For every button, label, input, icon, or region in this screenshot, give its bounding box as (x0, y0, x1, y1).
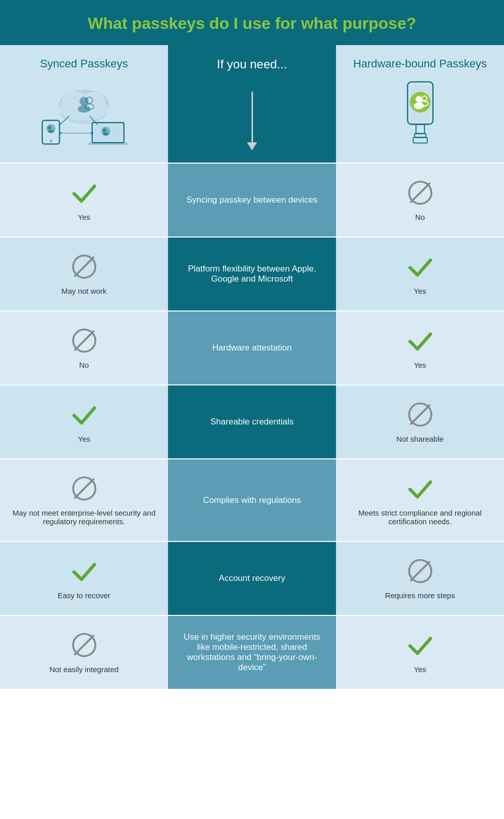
no-icon (70, 475, 98, 502)
svg-rect-37 (414, 134, 426, 137)
left-label-5: Easy to recover (58, 591, 110, 600)
right-icon-4 (406, 475, 434, 504)
left-icon-2 (70, 327, 98, 357)
svg-rect-36 (416, 124, 425, 134)
cell-right-3: Not shareable (336, 385, 504, 458)
svg-line-50 (411, 562, 430, 580)
cell-middle-0: Syncing passkey between devices (168, 164, 336, 237)
arrow-down-icon (247, 92, 257, 150)
left-icon-1 (70, 253, 98, 283)
right-label-2: Yes (414, 361, 426, 369)
cell-right-6: Yes (336, 616, 504, 689)
left-icon-3 (70, 401, 98, 431)
left-icon-6 (70, 631, 98, 661)
no-icon (70, 253, 98, 281)
no-icon (406, 557, 434, 585)
data-row-2: No Hardware attestation Yes (0, 310, 504, 384)
right-icon-6 (406, 631, 434, 661)
middle-text-5: Account recovery (219, 573, 285, 583)
left-icon-0 (70, 179, 98, 209)
svg-line-42 (75, 257, 94, 276)
middle-text-1: Platform flexibility between Apple, Goog… (178, 264, 326, 284)
data-row-6: Not easily integrated Use in higher secu… (0, 615, 504, 689)
right-label-5: Requires more steps (385, 591, 455, 600)
left-label-0: Yes (78, 213, 90, 221)
right-label-4: Meets strict compliance and regional cer… (346, 509, 494, 526)
page-wrapper: What passkeys do I use for what purpose?… (0, 0, 504, 689)
check-icon (406, 253, 434, 281)
cell-middle-6: Use in higher security environments like… (168, 616, 336, 689)
check-icon (406, 631, 434, 659)
svg-rect-38 (413, 137, 427, 143)
svg-line-44 (75, 331, 94, 350)
data-row-5: Easy to recover Account recovery Require… (0, 541, 504, 615)
cell-left-1: May not work (0, 238, 168, 310)
cell-left-4: May not meet enterprise-level security a… (0, 459, 168, 541)
no-icon (406, 401, 434, 428)
cell-left-2: No (0, 311, 168, 384)
left-label-6: Not easily integrated (50, 665, 119, 674)
check-icon (70, 557, 98, 585)
check-icon (70, 179, 98, 207)
svg-line-40 (411, 183, 430, 202)
svg-point-19 (103, 129, 106, 132)
cell-left-3: Yes (0, 385, 168, 458)
svg-point-20 (103, 132, 109, 135)
cell-middle-4: Complies with regulations (168, 459, 336, 541)
cloud-illustration (38, 80, 130, 145)
svg-point-32 (415, 96, 422, 103)
synced-passkeys-title: Synced Passkeys (40, 57, 128, 70)
right-icon-0 (406, 179, 434, 209)
no-icon (70, 631, 98, 659)
cell-middle-2: Hardware attestation (168, 311, 336, 384)
right-icon-3 (406, 401, 434, 431)
middle-text-3: Shareable credentials (211, 417, 293, 427)
svg-line-52 (75, 636, 94, 654)
right-icon-2 (406, 327, 434, 357)
check-icon (406, 327, 434, 355)
svg-point-15 (50, 139, 52, 142)
data-row-4: May not meet enterprise-level security a… (0, 458, 504, 541)
cell-right-4: Meets strict compliance and regional cer… (336, 459, 504, 541)
left-label-1: May not work (61, 287, 106, 295)
cell-middle-1: Platform flexibility between Apple, Goog… (168, 238, 336, 310)
middle-text-6: Use in higher security environments like… (178, 632, 326, 673)
data-row-1: May not work Platform flexibility betwee… (0, 237, 504, 310)
right-label-6: Yes (414, 665, 426, 674)
cell-right-0: No (336, 164, 504, 237)
cell-middle-5: Account recovery (168, 542, 336, 615)
cell-right-1: Yes (336, 238, 504, 310)
no-icon (70, 327, 98, 355)
right-label-0: No (415, 213, 425, 221)
left-label-2: No (79, 361, 89, 369)
cell-right-2: Yes (336, 311, 504, 384)
right-label-1: Yes (414, 287, 426, 295)
left-label-3: Yes (78, 435, 90, 443)
check-icon (70, 401, 98, 428)
middle-header-title: If you need... (217, 57, 287, 71)
svg-point-13 (48, 126, 51, 129)
right-label-3: Not shareable (396, 435, 443, 443)
hardware-illustration (399, 80, 442, 145)
data-row-0: Yes Syncing passkey between devices No (0, 163, 504, 237)
left-label-4: May not meet enterprise-level security a… (10, 509, 158, 526)
cell-left-6: Not easily integrated (0, 616, 168, 689)
column-headers: Synced Passkeys (0, 45, 504, 163)
data-row-3: Yes Shareable credentials Not shareable (0, 384, 504, 458)
right-icon-5 (406, 557, 434, 587)
cell-right-5: Requires more steps (336, 542, 504, 615)
col-hardware-header: Hardware-bound Passkeys (336, 45, 504, 163)
middle-text-2: Hardware attestation (213, 343, 292, 353)
right-icon-1 (406, 253, 434, 283)
svg-line-46 (411, 405, 430, 424)
middle-text-0: Syncing passkey between devices (187, 195, 318, 205)
left-icon-4 (70, 475, 98, 504)
left-icon-5 (70, 557, 98, 587)
middle-text-4: Complies with regulations (203, 495, 301, 505)
page-title: What passkeys do I use for what purpose? (10, 14, 494, 33)
svg-rect-21 (89, 143, 128, 145)
cell-left-0: Yes (0, 164, 168, 237)
hardware-passkeys-title: Hardware-bound Passkeys (353, 57, 487, 70)
cell-left-5: Easy to recover (0, 542, 168, 615)
svg-point-14 (48, 130, 54, 133)
